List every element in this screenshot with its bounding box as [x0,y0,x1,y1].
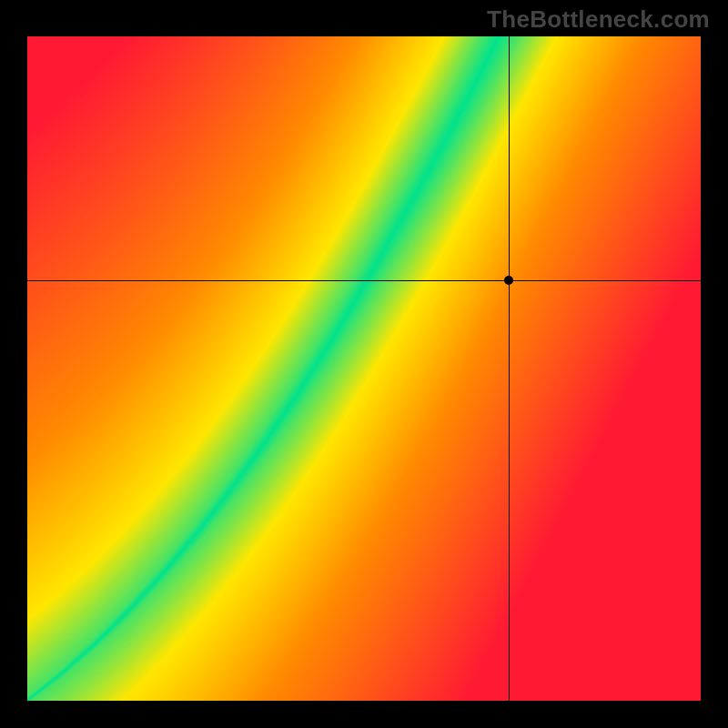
heatmap-canvas [27,36,701,701]
data-point-marker [504,276,513,285]
watermark-text: TheBottleneck.com [487,5,710,34]
crosshair-horizontal [27,280,701,281]
plot-area [27,36,701,701]
chart-frame: TheBottleneck.com [0,0,728,728]
crosshair-vertical [509,36,510,701]
